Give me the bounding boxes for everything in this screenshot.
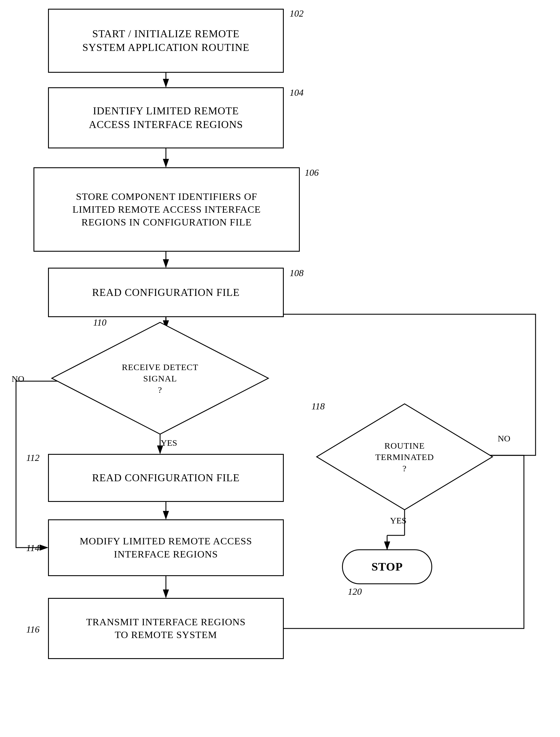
flowchart-diagram: START / INITIALIZE REMOTE SYSTEM APPLICA… (0, 0, 560, 737)
box-identify-regions: IDENTIFY LIMITED REMOTE ACCESS INTERFACE… (48, 87, 284, 148)
box-store-identifiers: STORE COMPONENT IDENTIFIERS OF LIMITED R… (33, 167, 300, 252)
box-transmit-regions: TRANSMIT INTERFACE REGIONS TO REMOTE SYS… (48, 598, 284, 659)
flow-label-no2: NO (498, 433, 510, 443)
flow-label-yes1: YES (161, 438, 177, 448)
flow-label-no1: NO (12, 374, 24, 384)
diamond-shape-118: ROUTINE TERMINATED ? (314, 401, 495, 512)
label-102: 102 (290, 8, 304, 19)
label-108: 108 (290, 268, 304, 279)
label-104: 104 (290, 87, 304, 98)
diamond-receive-detect: RECEIVE DETECT SIGNAL ? (49, 320, 271, 436)
diamond-text-110: RECEIVE DETECT SIGNAL ? (122, 362, 198, 395)
diamond-shape-110: RECEIVE DETECT SIGNAL ? (49, 320, 271, 436)
label-114: 114 (26, 543, 40, 553)
box-start-initialize: START / INITIALIZE REMOTE SYSTEM APPLICA… (48, 9, 284, 73)
label-120: 120 (348, 586, 362, 597)
label-112: 112 (26, 452, 40, 463)
diamond-routine-terminated: ROUTINE TERMINATED ? (314, 401, 495, 512)
diamond-text-118: ROUTINE TERMINATED ? (375, 440, 434, 474)
label-106: 106 (305, 167, 319, 178)
box-read-config-1: READ CONFIGURATION FILE (48, 268, 284, 317)
flow-label-yes2: YES (390, 515, 407, 525)
box-modify-regions: MODIFY LIMITED REMOTE ACCESS INTERFACE R… (48, 519, 284, 576)
label-118: 118 (311, 401, 325, 412)
label-110: 110 (93, 317, 107, 328)
box-read-config-2: READ CONFIGURATION FILE (48, 454, 284, 502)
label-116: 116 (26, 624, 40, 635)
box-stop: STOP (342, 549, 432, 584)
